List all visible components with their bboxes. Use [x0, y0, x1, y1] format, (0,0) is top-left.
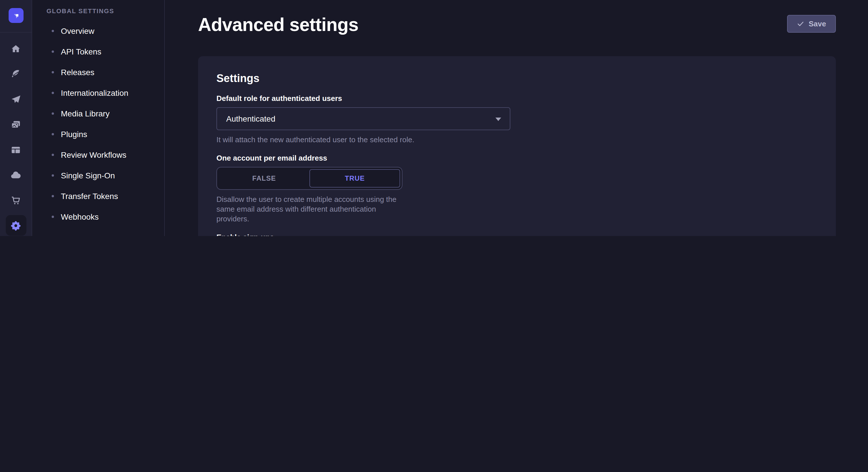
strapi-logo[interactable] — [8, 8, 23, 23]
main-nav-rail: KD — [0, 0, 32, 236]
sidebar-section: GLOBAL SETTINGSOverviewAPI TokensRelease… — [32, 1, 164, 227]
one-account-per-email-option-false[interactable]: FALSE — [219, 169, 309, 188]
sidebar-item-label: Overview — [61, 26, 94, 36]
default-role-select[interactable]: Authenticated — [216, 107, 510, 130]
default-role-label: Default role for authenticated users — [216, 94, 817, 103]
one-account-per-email-toggle: FALSETRUE — [216, 167, 402, 190]
one-account-per-email-hint: Disallow the user to create multiple acc… — [216, 194, 817, 224]
page-header: Advanced settings Save — [165, 0, 868, 36]
field-enable-sign-ups: Enable sign-upsFALSETRUEWhen disabled (O… — [216, 233, 817, 236]
sidebar-item-label: API Tokens — [61, 47, 101, 56]
sidebar-item-label: Plugins — [61, 130, 87, 139]
paper-plane-icon[interactable] — [0, 87, 32, 112]
enable-sign-ups-label: Enable sign-ups — [216, 233, 817, 236]
sidebar-item-media-library[interactable]: Media Library — [32, 103, 164, 124]
sidebar-item-label: Internationalization — [61, 88, 128, 98]
bullet-icon — [52, 71, 54, 73]
settings-fields: Default role for authenticated usersAuth… — [216, 94, 817, 236]
rail-icons — [0, 33, 32, 236]
one-account-per-email-label: One account per email address — [216, 154, 817, 162]
bullet-icon — [52, 133, 54, 135]
field-default-role: Default role for authenticated usersAuth… — [216, 94, 817, 144]
media-icon[interactable] — [0, 112, 32, 137]
one-account-per-email-option-true[interactable]: TRUE — [309, 169, 400, 188]
settings-card: Settings Default role for authenticated … — [198, 56, 836, 236]
sidebar-item-single-sign-on[interactable]: Single Sign-On — [32, 165, 164, 186]
save-button-label: Save — [809, 20, 826, 28]
sidebar-item-label: Webhooks — [61, 212, 99, 222]
bullet-icon — [52, 216, 54, 218]
sidebar-item-webhooks[interactable]: Webhooks — [32, 206, 164, 227]
home-icon[interactable] — [0, 36, 32, 61]
sidebar-section: ADMINISTRATION PANELAudit LogsRolesUsers — [32, 234, 164, 236]
sidebar-item-api-tokens[interactable]: API Tokens — [32, 41, 164, 62]
sidebar-item-label: Single Sign-On — [61, 171, 115, 180]
field-one-account-per-email: One account per email addressFALSETRUEDi… — [216, 154, 817, 224]
main-content: Advanced settings Save Settings Default … — [165, 0, 868, 236]
strapi-logo-icon — [11, 11, 20, 20]
sidebar-section-title: ADMINISTRATION PANEL — [32, 234, 164, 236]
settings-card-title: Settings — [216, 72, 817, 85]
bullet-icon — [52, 50, 54, 53]
sidebar-item-review-workflows[interactable]: Review Workflows — [32, 144, 164, 165]
sidebar-sections: GLOBAL SETTINGSOverviewAPI TokensRelease… — [32, 1, 164, 236]
sidebar-item-plugins[interactable]: Plugins — [32, 124, 164, 144]
chevron-down-icon — [495, 117, 501, 121]
sidebar-item-label: Media Library — [61, 109, 110, 118]
sidebar-item-internationalization[interactable]: Internationalization — [32, 82, 164, 103]
gear-icon[interactable] — [0, 213, 32, 236]
select-value: Authenticated — [226, 114, 275, 123]
sidebar-item-transfer-tokens[interactable]: Transfer Tokens — [32, 186, 164, 206]
active-icon-box — [5, 215, 26, 236]
save-button[interactable]: Save — [787, 15, 836, 33]
sidebar-section-title: GLOBAL SETTINGS — [32, 1, 164, 21]
bullet-icon — [52, 195, 54, 197]
layout-icon[interactable] — [0, 137, 32, 162]
sidebar-item-overview[interactable]: Overview — [32, 21, 164, 41]
bullet-icon — [52, 174, 54, 177]
sidebar-item-label: Transfer Tokens — [61, 192, 118, 201]
default-role-hint: It will attach the new authenticated use… — [216, 135, 817, 144]
settings-sidebar: GLOBAL SETTINGSOverviewAPI TokensRelease… — [32, 0, 165, 236]
bullet-icon — [52, 30, 54, 32]
check-icon — [797, 20, 804, 28]
cart-icon[interactable] — [0, 188, 32, 213]
page-title: Advanced settings — [198, 14, 836, 36]
bullet-icon — [52, 112, 54, 115]
sidebar-item-releases[interactable]: Releases — [32, 62, 164, 82]
cloud-icon[interactable] — [0, 162, 32, 188]
app-root: KD GLOBAL SETTINGSOverviewAPI TokensRele… — [0, 0, 868, 236]
sidebar-item-label: Review Workflows — [61, 150, 126, 160]
bullet-icon — [52, 154, 54, 156]
bullet-icon — [52, 92, 54, 94]
feather-icon[interactable] — [0, 61, 32, 87]
sidebar-item-label: Releases — [61, 68, 94, 77]
